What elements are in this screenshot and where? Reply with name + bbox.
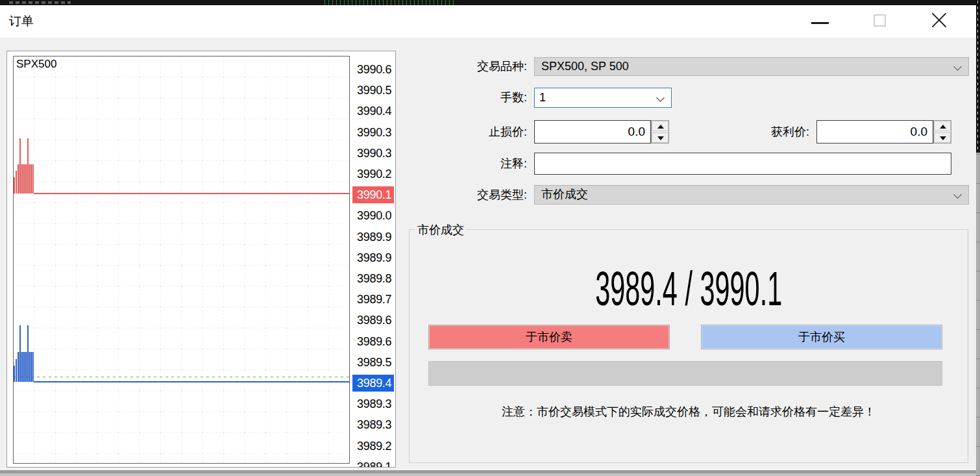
order-dialog-screen: 订单 xyxy=(0,0,980,476)
price-scale-row: 3989.6 xyxy=(352,312,394,329)
chart-grid xyxy=(14,56,350,464)
bid-price-tag: 3989.4 xyxy=(352,375,394,392)
bid-tick-series xyxy=(34,381,350,382)
background-dashed-line xyxy=(977,0,978,149)
disabled-confirm-bar xyxy=(428,361,942,386)
stop-loss-label: 止损价: xyxy=(404,120,527,144)
price-scale-row: 3990.6 xyxy=(352,61,394,78)
ask-tick-series xyxy=(14,177,15,194)
symbol-dropdown[interactable]: SPX500, SP 500 xyxy=(534,57,969,76)
tick-chart-panel: SPX500 3990.63990.53990.43990.33990.3399… xyxy=(6,51,396,468)
symbol-label: 交易品种: xyxy=(404,57,527,76)
price-scale-row: 3989.6 xyxy=(352,333,394,350)
chart-price-scale: 3990.63990.53990.43990.33990.33990.23990… xyxy=(352,51,395,468)
symbol-value: SPX500, SP 500 xyxy=(541,60,629,73)
take-profit-label: 获利价: xyxy=(686,120,809,144)
bid-tick-series xyxy=(16,359,17,382)
background-window-edge-bottom xyxy=(0,469,976,476)
tick-chart-plot: SPX500 xyxy=(13,56,350,464)
minimize-icon xyxy=(811,22,829,24)
comment-label: 注释: xyxy=(404,153,527,175)
price-scale-row: 3990.2 xyxy=(352,166,394,182)
price-scale-row: 3990.0 xyxy=(352,207,394,224)
spin-down-button[interactable] xyxy=(652,132,668,143)
arrow-down-icon xyxy=(657,136,664,140)
price-scale-row: 3989.3 xyxy=(352,416,394,433)
minimize-button[interactable] xyxy=(805,10,835,32)
background-chart-strip-top xyxy=(0,0,980,5)
order-type-value: 市价成交 xyxy=(541,188,588,201)
stop-loss-spinner xyxy=(651,120,669,144)
spin-down-button[interactable] xyxy=(934,132,951,143)
price-scale-row: 3989.3 xyxy=(352,395,394,412)
volume-combobox[interactable] xyxy=(534,88,672,108)
close-button[interactable] xyxy=(924,10,954,32)
price-scale-row: 3989.8 xyxy=(352,270,394,287)
comment-input[interactable] xyxy=(535,153,951,174)
price-scale-row: 3990.3 xyxy=(352,124,394,141)
background-green-ticks xyxy=(325,0,454,5)
chart-symbol-label: SPX500 xyxy=(16,58,56,71)
groupbox-title: 市价成交 xyxy=(415,222,467,238)
spin-up-button[interactable] xyxy=(652,121,668,131)
stop-loss-input[interactable] xyxy=(535,121,650,143)
price-scale-row: 3990.3 xyxy=(352,145,394,162)
market-notice-text: 注意：市价交易模式下的实际成交价格，可能会和请求价格有一定差异！ xyxy=(410,404,968,420)
arrow-up-icon xyxy=(657,125,664,129)
bid-ask-quote: 3989.4 / 3990.1 xyxy=(595,261,782,316)
buy-by-market-button[interactable]: 于市价买 xyxy=(701,325,942,349)
background-scale-notches xyxy=(976,153,980,476)
order-type-dropdown[interactable]: 市价成交 xyxy=(534,185,969,205)
take-profit-spinner xyxy=(933,120,951,144)
volume-input[interactable] xyxy=(535,88,671,107)
price-scale-row: 3989.9 xyxy=(352,249,394,266)
bid-guide-line xyxy=(14,377,349,377)
arrow-up-icon xyxy=(940,125,946,129)
ask-tick-series xyxy=(27,138,29,194)
maximize-icon xyxy=(874,14,886,27)
price-scale-row: 3989.2 xyxy=(352,438,394,455)
bid-tick-series xyxy=(14,366,15,382)
titlebar: 订单 xyxy=(0,5,976,38)
price-scale-row: 3989.7 xyxy=(352,291,394,308)
take-profit-field[interactable] xyxy=(816,120,933,144)
take-profit-input[interactable] xyxy=(817,121,933,143)
maximize-button[interactable] xyxy=(864,10,894,32)
ask-tick-series xyxy=(19,138,21,194)
price-scale-row: 3990.4 xyxy=(352,103,394,119)
market-execution-groupbox: 市价成交 3989.4 / 3990.1 于市价卖 于市价买 注意：市价交易模式… xyxy=(409,229,968,463)
chevron-down-icon xyxy=(953,190,962,199)
order-dialog: 订单 xyxy=(0,5,976,469)
background-dark-edge xyxy=(976,0,980,153)
price-scale-row: 3990.5 xyxy=(352,82,394,99)
bid-tick-series xyxy=(27,325,29,382)
background-chart-strip-right xyxy=(976,0,980,476)
price-scale-row: 3989.5 xyxy=(352,354,394,371)
ask-tick-series xyxy=(34,193,350,194)
spin-up-button[interactable] xyxy=(934,121,951,131)
arrow-down-icon xyxy=(940,136,946,140)
price-scale-row: 3989.1 xyxy=(352,458,394,468)
stop-loss-field[interactable] xyxy=(534,120,651,144)
price-scale-row: 3989.9 xyxy=(352,229,394,245)
ask-price-tag: 3990.1 xyxy=(352,186,394,203)
order-type-label: 交易类型: xyxy=(404,185,527,205)
quote-display: 3989.4 / 3990.1 xyxy=(410,261,968,316)
ask-tick-series xyxy=(16,171,17,194)
comment-field[interactable] xyxy=(534,153,951,175)
background-text-smudge xyxy=(9,1,71,4)
chevron-down-icon xyxy=(953,62,962,71)
dialog-title: 订单 xyxy=(9,5,34,38)
volume-label: 手数: xyxy=(404,88,527,108)
sell-by-market-button[interactable]: 于市价卖 xyxy=(428,325,670,349)
bid-tick-series xyxy=(19,325,21,382)
